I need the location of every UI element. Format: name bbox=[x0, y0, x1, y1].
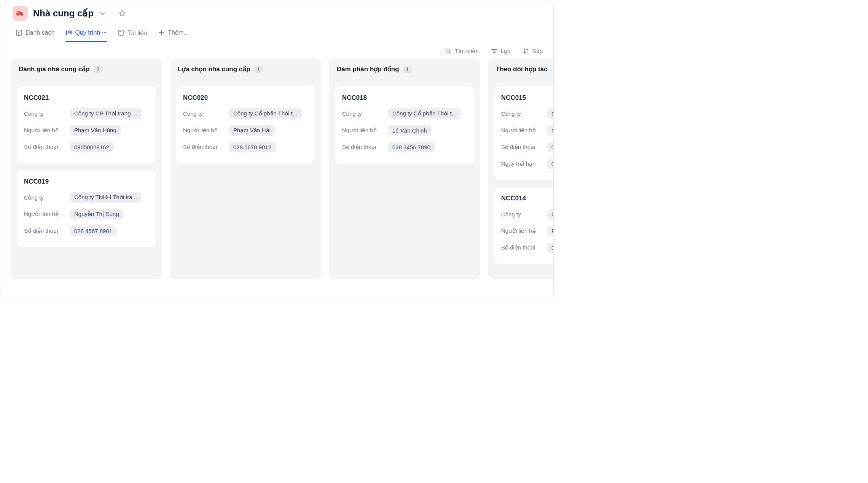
column-header: Đánh giá nhà cung cấp 2 bbox=[17, 65, 156, 80]
field-value-contact: Ng bbox=[547, 125, 553, 136]
field-value-phone: 028 5678 9012 bbox=[229, 142, 276, 152]
field-label-phone: Số điện thoại bbox=[24, 144, 70, 150]
card[interactable]: NCC018 Công ty Công ty Cổ phần Thời t...… bbox=[335, 86, 474, 163]
search-button[interactable]: Tìm kiếm bbox=[445, 48, 478, 54]
svg-rect-7 bbox=[68, 30, 69, 34]
field-row: Người liên hệ Ng bbox=[501, 124, 553, 137]
field-value-contact: Phạm Văn Hải bbox=[229, 125, 275, 136]
board-toolbar: Tìm kiếm Lọc Sắp bbox=[0, 42, 553, 58]
field-label-phone: Số điện thoại bbox=[501, 244, 547, 251]
tab-docs-label: Tài liệu bbox=[127, 29, 148, 37]
field-row: Số điện thoại 09 bbox=[501, 241, 553, 254]
field-label-phone: Số điện thoại bbox=[501, 144, 547, 150]
field-label-phone: Số điện thoại bbox=[342, 144, 388, 150]
field-value-company: Công ty Cổ phần Thời t... bbox=[388, 108, 461, 119]
field-value-company: Cô bbox=[547, 109, 553, 119]
card[interactable]: NCC014 Công ty Cô Người liên hệ Ph Số đi… bbox=[494, 187, 553, 264]
svg-point-1 bbox=[18, 14, 19, 16]
column-title: Đánh giá nhà cung cấp bbox=[19, 65, 90, 73]
field-label-phone: Số điện thoại bbox=[24, 227, 70, 234]
column-title: Theo dõi hợp tác bbox=[496, 65, 548, 73]
tab-process[interactable]: Quy trình ··· bbox=[65, 25, 107, 42]
kanban-board: Đánh giá nhà cung cấp 2 NCC021 Công ty C… bbox=[0, 58, 553, 290]
tab-process-menu-icon[interactable]: ··· bbox=[102, 29, 107, 36]
field-row: Người liên hệ Ph bbox=[501, 224, 553, 237]
card-id: NCC018 bbox=[342, 94, 467, 102]
tab-docs[interactable]: Tài liệu bbox=[118, 25, 148, 42]
title-dropdown[interactable] bbox=[99, 10, 107, 17]
filter-button[interactable]: Lọc bbox=[491, 48, 510, 54]
field-row: Người liên hệ Nguyễn Thị Dung bbox=[24, 208, 149, 221]
field-row: Ngày hết hạn 05 bbox=[501, 157, 553, 170]
column-count: 2 bbox=[94, 66, 103, 73]
column-header: Đàm phán hợp đồng 1 bbox=[335, 65, 474, 80]
field-value-company: Cô bbox=[547, 209, 553, 219]
favorite-star-icon[interactable] bbox=[118, 9, 126, 18]
filter-label: Lọc bbox=[501, 48, 510, 54]
page-title: Nhà cung cấp bbox=[33, 8, 94, 19]
field-label-contact: Người liên hệ bbox=[24, 127, 70, 134]
field-value-company: Công ty CP Thời trang ... bbox=[70, 108, 142, 119]
field-label-contact: Người liên hệ bbox=[24, 211, 70, 218]
card[interactable]: NCC015 Công ty Cô Người liên hệ Ng Số đi… bbox=[494, 86, 553, 180]
field-value-phone: 09 bbox=[547, 142, 553, 152]
svg-rect-3 bbox=[16, 30, 22, 35]
page-header: Nhà cung cấp bbox=[0, 0, 553, 25]
field-row: Số điện thoại 09050028162 bbox=[24, 141, 149, 154]
column-title: Lựa chọn nhà cung cấp bbox=[178, 65, 250, 73]
svg-point-2 bbox=[21, 14, 23, 16]
field-label-company: Công ty bbox=[24, 194, 70, 201]
field-value-company: Công ty TNHH Thời tra... bbox=[70, 192, 142, 203]
svg-rect-6 bbox=[66, 30, 67, 35]
card-id: NCC021 bbox=[24, 94, 149, 102]
tab-list-label: Danh sách bbox=[25, 29, 55, 36]
field-label-company: Công ty bbox=[183, 110, 229, 117]
field-value-contact: Ph bbox=[547, 226, 553, 236]
field-row: Người liên hệ Lê Văn Chinh bbox=[342, 124, 467, 137]
column-title: Đàm phán hợp đồng bbox=[337, 65, 399, 73]
field-label-contact: Người liên hệ bbox=[501, 227, 547, 234]
field-value-contact: Lê Văn Chinh bbox=[388, 125, 432, 136]
field-value-phone: 09 bbox=[547, 243, 553, 253]
svg-rect-8 bbox=[70, 30, 72, 34]
card-id: NCC014 bbox=[501, 195, 553, 202]
field-value-contact: Phạm Văn Hùng bbox=[70, 125, 121, 136]
field-value-expiry: 05 bbox=[547, 159, 553, 169]
field-value-phone: 028 4567 8901 bbox=[70, 226, 117, 236]
card[interactable]: NCC021 Công ty Công ty CP Thời trang ...… bbox=[17, 86, 156, 163]
tab-process-label: Quy trình bbox=[75, 29, 100, 36]
field-label-company: Công ty bbox=[501, 110, 547, 117]
field-label-expiry: Ngày hết hạn bbox=[501, 160, 547, 167]
card[interactable]: NCC020 Công ty Công ty Cổ phần Thời t...… bbox=[176, 86, 315, 163]
field-label-phone: Số điện thoại bbox=[183, 144, 229, 150]
field-row: Số điện thoại 028 5678 9012 bbox=[183, 141, 308, 154]
column-negotiate: Đàm phán hợp đồng 1 NCC018 Công ty Công … bbox=[329, 58, 480, 279]
field-row: Số điện thoại 028 3456 7890 bbox=[342, 141, 467, 154]
field-row: Công ty Cô bbox=[501, 208, 553, 221]
column-follow: Theo dõi hợp tác NCC015 Công ty Cô Người… bbox=[488, 58, 553, 279]
field-row: Công ty Công ty CP Thời trang ... bbox=[24, 107, 149, 120]
view-tabs: Danh sách Quy trình ··· Tài liệu Thêm... bbox=[0, 25, 553, 42]
sort-button[interactable]: Sắp bbox=[522, 48, 543, 54]
field-label-company: Công ty bbox=[342, 110, 388, 117]
search-label: Tìm kiếm bbox=[455, 48, 478, 54]
card[interactable]: NCC019 Công ty Công ty TNHH Thời tra... … bbox=[17, 170, 156, 247]
tab-add-view[interactable]: Thêm... bbox=[158, 25, 188, 42]
card-id: NCC019 bbox=[24, 178, 149, 186]
field-row: Số điện thoại 09 bbox=[501, 141, 553, 154]
field-value-contact: Nguyễn Thị Dung bbox=[70, 209, 124, 219]
card-id: NCC020 bbox=[183, 94, 308, 102]
field-row: Công ty Cô bbox=[501, 107, 553, 120]
field-row: Công ty Công ty Cổ phần Thời t... bbox=[342, 107, 467, 120]
column-evaluate: Đánh giá nhà cung cấp 2 NCC021 Công ty C… bbox=[11, 58, 162, 279]
column-count: 1 bbox=[403, 66, 412, 73]
sort-label: Sắp bbox=[532, 48, 543, 54]
column-header: Lựa chọn nhà cung cấp 1 bbox=[176, 65, 315, 80]
card-id: NCC015 bbox=[501, 94, 553, 102]
svg-line-13 bbox=[449, 52, 451, 54]
tab-list[interactable]: Danh sách bbox=[16, 25, 55, 42]
field-label-company: Công ty bbox=[501, 211, 547, 218]
app-frame: Nhà cung cấp Danh sách Quy trình ··· Tài… bbox=[0, 0, 554, 301]
field-value-company: Công ty Cổ phần Thời t... bbox=[229, 108, 302, 119]
field-row: Công ty Công ty Cổ phần Thời t... bbox=[183, 107, 308, 120]
